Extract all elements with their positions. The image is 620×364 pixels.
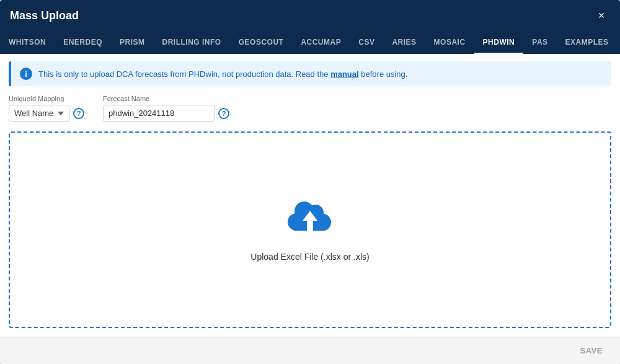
title-bar: Mass Upload × xyxy=(0,0,620,32)
close-button[interactable]: × xyxy=(593,7,610,25)
forecast-name-control-row: ? xyxy=(103,105,229,122)
tab-geoscout[interactable]: GEOSCOUT xyxy=(230,32,293,54)
footer-bar: SAVE xyxy=(0,337,620,364)
unique-id-control-row: Well Name ? xyxy=(9,105,84,122)
unique-id-help-icon[interactable]: ? xyxy=(73,108,84,119)
form-row: UniqueId Mapping Well Name ? Forecast Na… xyxy=(0,86,620,125)
tab-examples[interactable]: EXAMPLES xyxy=(557,32,618,54)
forecast-name-input[interactable] xyxy=(103,105,215,122)
tab-aries[interactable]: ARIES xyxy=(383,32,425,54)
manual-link[interactable]: manual xyxy=(330,69,359,79)
forecast-name-label: Forecast Name xyxy=(103,95,229,102)
tab-accumap[interactable]: ACCUMAP xyxy=(292,32,350,54)
tab-drilling-info[interactable]: DRILLING INFO xyxy=(154,32,230,54)
unique-id-group: UniqueId Mapping Well Name ? xyxy=(9,95,84,122)
tab-phdwin[interactable]: PHDWIN xyxy=(474,32,524,54)
tab-enerdeq[interactable]: ENERDEQ xyxy=(55,32,111,54)
file-drop-zone[interactable]: Upload Excel File (.xlsx or .xls) xyxy=(9,131,611,328)
upload-label: Upload Excel File (.xlsx or .xls) xyxy=(250,252,369,262)
mass-upload-dialog: Mass Upload × WHITSON ENERDEQ PRISM DRIL… xyxy=(0,0,620,364)
tab-mosaic[interactable]: MOSAIC xyxy=(425,32,474,54)
tab-whitson[interactable]: WHITSON xyxy=(0,32,55,54)
info-icon: i xyxy=(20,68,32,80)
info-text: This is only to upload DCA forecasts fro… xyxy=(38,69,407,79)
save-button[interactable]: SAVE xyxy=(573,342,610,359)
unique-id-label: UniqueId Mapping xyxy=(9,95,84,102)
upload-icon xyxy=(285,198,335,244)
info-banner: i This is only to upload DCA forecasts f… xyxy=(9,61,611,86)
tab-prism[interactable]: PRISM xyxy=(111,32,154,54)
forecast-name-help-icon[interactable]: ? xyxy=(218,108,229,119)
tab-csv[interactable]: CSV xyxy=(350,32,383,54)
forecast-name-group: Forecast Name ? xyxy=(103,95,229,122)
tab-pas[interactable]: PAS xyxy=(523,32,556,54)
tab-bar: WHITSON ENERDEQ PRISM DRILLING INFO GEOS… xyxy=(0,32,620,54)
dialog-title: Mass Upload xyxy=(10,9,79,22)
content-area: i This is only to upload DCA forecasts f… xyxy=(0,54,620,337)
unique-id-select[interactable]: Well Name xyxy=(9,105,69,122)
